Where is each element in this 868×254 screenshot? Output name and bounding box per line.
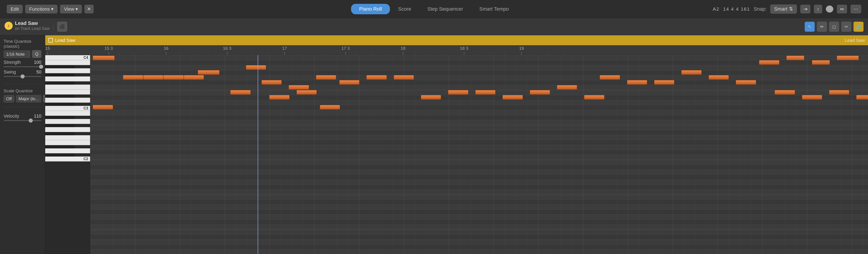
- grid-area[interactable]: [90, 55, 868, 254]
- piano-key-white[interactable]: C4: [45, 55, 90, 60]
- swing-thumb[interactable]: [21, 75, 25, 79]
- note[interactable]: [93, 105, 113, 110]
- grid-v-line: [270, 55, 270, 254]
- scissors-tool-button[interactable]: ✂: [841, 22, 851, 32]
- note[interactable]: [297, 90, 317, 94]
- note[interactable]: [143, 75, 163, 80]
- piano-key-white[interactable]: C3: [45, 106, 90, 111]
- midi-in-button[interactable]: ⇥: [800, 5, 810, 13]
- piano-key-black[interactable]: [45, 145, 74, 148]
- piano-key-white[interactable]: [45, 127, 90, 132]
- grid-v-line: [135, 55, 135, 254]
- piano-key-black[interactable]: [45, 153, 74, 157]
- pencil-tool-button[interactable]: ✏: [817, 22, 827, 32]
- region-label-left: Lead Saw: [55, 38, 75, 43]
- note[interactable]: [557, 85, 577, 90]
- piano-key-white[interactable]: C2: [45, 157, 90, 162]
- piano-key-black[interactable]: [45, 116, 74, 119]
- note[interactable]: [269, 95, 289, 100]
- scale-type-select[interactable]: Major (lo...: [16, 95, 41, 103]
- piano-key-black[interactable]: [45, 94, 74, 98]
- note[interactable]: [530, 90, 550, 94]
- note[interactable]: [320, 105, 340, 110]
- quantize-button[interactable]: Q: [32, 50, 41, 58]
- note[interactable]: [316, 75, 336, 80]
- piano-key-black[interactable]: [45, 132, 74, 135]
- capture-region-button[interactable]: ⬛: [57, 22, 67, 32]
- note[interactable]: [812, 60, 830, 65]
- note[interactable]: [163, 75, 184, 80]
- view-button[interactable]: View ▾: [60, 5, 82, 13]
- piano-key-white[interactable]: [45, 111, 90, 116]
- note[interactable]: [584, 95, 604, 100]
- note[interactable]: [786, 56, 804, 60]
- piano-key-white[interactable]: [45, 85, 90, 90]
- piano-key-white[interactable]: [45, 60, 90, 65]
- note[interactable]: [261, 80, 282, 85]
- piano-key-white[interactable]: [45, 98, 90, 103]
- note[interactable]: [339, 80, 360, 85]
- close-panel-button[interactable]: ✕: [85, 5, 94, 13]
- note[interactable]: [421, 95, 441, 100]
- note[interactable]: [681, 70, 702, 75]
- tab-step-sequencer[interactable]: Step Sequencer: [419, 4, 471, 14]
- dot-button[interactable]: [826, 5, 833, 13]
- piano-key-white[interactable]: [45, 119, 90, 124]
- piano-key-white[interactable]: [45, 148, 90, 153]
- strength-thumb[interactable]: [39, 65, 43, 69]
- note[interactable]: [93, 56, 114, 60]
- note[interactable]: [627, 80, 647, 85]
- divider-2: [4, 107, 41, 107]
- piano-key-black[interactable]: [45, 65, 74, 68]
- edit-button[interactable]: Edit: [7, 5, 23, 13]
- note[interactable]: [600, 75, 620, 80]
- note[interactable]: [366, 75, 386, 80]
- note[interactable]: [802, 95, 822, 100]
- tab-smart-tempo[interactable]: Smart Tempo: [471, 4, 517, 14]
- expand-button[interactable]: ⇔: [837, 5, 847, 13]
- note[interactable]: [502, 95, 523, 100]
- velocity-thumb[interactable]: [29, 118, 33, 122]
- note[interactable]: [394, 75, 414, 80]
- piano-key-white[interactable]: [45, 68, 90, 73]
- eraser-tool-button[interactable]: ◻: [829, 22, 839, 32]
- note[interactable]: [709, 75, 729, 80]
- functions-button[interactable]: Functions ▾: [25, 5, 57, 13]
- pointer-tool-button[interactable]: ↖: [805, 22, 815, 32]
- piano-key-black[interactable]: [45, 124, 74, 127]
- note[interactable]: [736, 80, 756, 85]
- note[interactable]: [775, 90, 795, 94]
- link-tool-button[interactable]: 🔗: [854, 22, 864, 32]
- note[interactable]: [123, 75, 143, 80]
- tab-piano-roll[interactable]: Piano Roll: [351, 4, 390, 14]
- note[interactable]: [829, 90, 849, 94]
- note[interactable]: [856, 95, 868, 100]
- note[interactable]: [289, 85, 309, 90]
- piano-key-white[interactable]: [45, 77, 90, 81]
- swing-slider[interactable]: [4, 76, 41, 77]
- piano-key-black[interactable]: [45, 81, 74, 85]
- piano-key-white[interactable]: [45, 135, 90, 140]
- scale-off-select[interactable]: Off: [4, 95, 14, 103]
- transpose-button[interactable]: ↕: [814, 5, 822, 13]
- extra-button[interactable]: ⋯: [850, 5, 861, 13]
- velocity-slider[interactable]: [4, 120, 41, 121]
- strength-slider[interactable]: [4, 66, 41, 67]
- note[interactable]: [759, 60, 779, 65]
- tab-score[interactable]: Score: [390, 4, 419, 14]
- grid-v-line: [863, 55, 863, 254]
- note[interactable]: [230, 90, 250, 94]
- piano-key-black[interactable]: [45, 73, 74, 77]
- note[interactable]: [837, 56, 859, 60]
- note[interactable]: [246, 65, 266, 70]
- note[interactable]: [184, 75, 204, 80]
- piano-key-white[interactable]: [45, 90, 90, 94]
- note-value-select[interactable]: 1/16 Note: [4, 51, 30, 58]
- piano-key-white[interactable]: [45, 140, 90, 145]
- note[interactable]: [198, 70, 219, 75]
- snap-selector[interactable]: Smart ⇅: [770, 4, 797, 13]
- piano-key-black[interactable]: [45, 103, 74, 106]
- note[interactable]: [475, 90, 495, 94]
- note[interactable]: [654, 80, 674, 85]
- note[interactable]: [448, 90, 468, 94]
